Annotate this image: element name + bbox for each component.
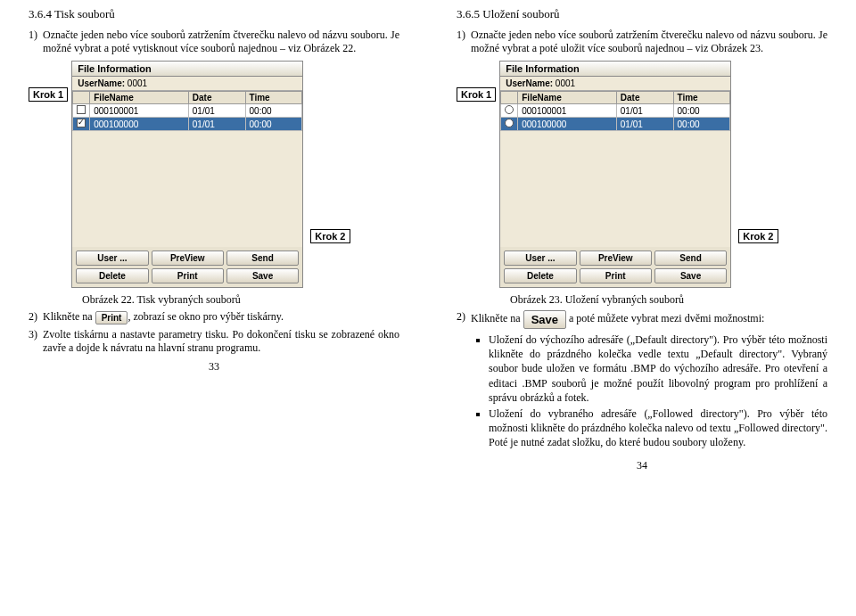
step-number: 1) xyxy=(29,29,37,55)
file-table: FileName Date Time 000100001 01/01 00:00… xyxy=(72,91,302,131)
list-item: 2) Klikněte na Print, zobrazí se okno pr… xyxy=(29,310,399,324)
username-label: UserName: xyxy=(78,78,125,88)
delete-button[interactable]: Delete xyxy=(76,268,148,283)
radio-icon[interactable] xyxy=(505,119,514,127)
cell-time: 00:00 xyxy=(245,118,302,131)
col-date: Date xyxy=(616,92,673,104)
col-filename: FileName xyxy=(518,92,617,104)
send-button[interactable]: Send xyxy=(226,251,299,266)
page-number: 33 xyxy=(29,360,399,374)
save-button-inline[interactable]: Save xyxy=(523,310,566,329)
window-title: File Information xyxy=(72,62,302,77)
preview-button[interactable]: PreView xyxy=(152,251,224,266)
file-table: FileName Date Time 000100001 01/01 00:00… xyxy=(500,91,730,131)
cell-filename: 000100000 xyxy=(518,118,617,131)
step-number: 1) xyxy=(457,29,465,55)
step-number: 3) xyxy=(29,328,37,355)
figure-caption: Obrázek 23. Uložení vybraných souborů xyxy=(510,293,827,307)
send-button[interactable]: Send xyxy=(654,251,727,266)
print-button-inline[interactable]: Print xyxy=(95,311,128,324)
username-label: UserName: xyxy=(506,78,553,88)
step-label-2: Krok 2 xyxy=(738,229,778,243)
file-info-window: File Information UserName: 0001 FileName… xyxy=(71,61,303,288)
cell-time: 00:00 xyxy=(245,104,302,118)
step-number: 2) xyxy=(457,310,465,454)
user-button[interactable]: User ... xyxy=(76,251,148,266)
col-time: Time xyxy=(673,92,730,104)
cell-filename: 000100001 xyxy=(90,104,189,118)
user-button[interactable]: User ... xyxy=(504,251,576,266)
cell-date: 01/01 xyxy=(616,104,673,118)
preview-button[interactable]: PreView xyxy=(580,251,652,266)
print-button[interactable]: Print xyxy=(152,268,224,283)
table-row[interactable]: 000100001 01/01 00:00 xyxy=(501,104,730,118)
list-item: Uložení do vybraného adresáře („Followed… xyxy=(489,407,827,450)
step-text: Klikněte na Print, zobrazí se okno pro v… xyxy=(43,310,399,324)
options-list: Uložení do výchozího adresáře („Default … xyxy=(489,333,827,450)
cell-date: 01/01 xyxy=(188,118,245,131)
figure-23: Krok 1 File Information UserName: 0001 F… xyxy=(457,61,827,288)
step-label-1: Krok 1 xyxy=(457,87,496,102)
page-right: 3.6.5 Uložení souborů 1) Označte jeden n… xyxy=(428,0,856,616)
step-text: Klikněte na Save a poté můžete vybrat me… xyxy=(471,310,827,454)
username-value: 0001 xyxy=(128,78,147,88)
cell-time: 00:00 xyxy=(673,104,730,118)
table-row[interactable]: 000100001 01/01 00:00 xyxy=(73,104,302,118)
step-label-2: Krok 2 xyxy=(310,229,350,243)
page-number: 34 xyxy=(457,459,827,472)
section-title: 3.6.5 Uložení souborů xyxy=(457,7,827,21)
step-number: 2) xyxy=(29,310,37,324)
username-row: UserName: 0001 xyxy=(72,77,302,91)
page-left: 3.6.4 Tisk souborů 1) Označte jeden nebo… xyxy=(0,0,428,616)
step-label-1: Krok 1 xyxy=(29,87,68,102)
col-filename: FileName xyxy=(90,92,189,104)
save-button[interactable]: Save xyxy=(226,268,299,283)
file-info-window: File Information UserName: 0001 FileName… xyxy=(499,61,731,288)
table-header: FileName Date Time xyxy=(73,92,302,104)
list-item: 3) Zvolte tiskárnu a nastavte parametry … xyxy=(29,328,399,355)
username-value: 0001 xyxy=(556,78,575,88)
save-button[interactable]: Save xyxy=(654,268,727,283)
empty-area xyxy=(500,131,730,247)
list-item: 1) Označte jeden nebo více souborů zatrž… xyxy=(29,29,399,55)
cell-filename: 000100000 xyxy=(90,118,189,131)
button-row: User ... PreView Send Delete Print Save xyxy=(500,247,730,287)
cell-time: 00:00 xyxy=(673,118,730,131)
step-text: Označte jeden nebo více souborů zatržení… xyxy=(43,29,399,55)
cell-date: 01/01 xyxy=(188,104,245,118)
list-item: Uložení do výchozího adresáře („Default … xyxy=(489,333,827,405)
table-row[interactable]: 000100000 01/01 00:00 xyxy=(73,118,302,131)
list-item: 2) Klikněte na Save a poté můžete vybrat… xyxy=(457,310,827,454)
cell-date: 01/01 xyxy=(616,118,673,131)
section-title: 3.6.4 Tisk souborů xyxy=(29,7,399,21)
list-item: 1) Označte jeden nebo více souborů zatrž… xyxy=(457,29,827,55)
radio-icon[interactable] xyxy=(505,105,514,114)
table-header: FileName Date Time xyxy=(501,92,730,104)
checkbox-icon[interactable] xyxy=(77,105,86,114)
print-button[interactable]: Print xyxy=(580,268,652,283)
checkbox-icon[interactable] xyxy=(77,119,86,127)
step-text: Označte jeden nebo více souborů zatržení… xyxy=(471,29,827,55)
step-text: Zvolte tiskárnu a nastavte parametry tis… xyxy=(43,328,399,355)
table-row[interactable]: 000100000 01/01 00:00 xyxy=(501,118,730,131)
delete-button[interactable]: Delete xyxy=(504,268,576,283)
username-row: UserName: 0001 xyxy=(500,77,730,91)
figure-22: Krok 1 File Information UserName: 0001 F… xyxy=(29,61,399,288)
col-time: Time xyxy=(245,92,302,104)
col-date: Date xyxy=(188,92,245,104)
figure-caption: Obrázek 22. Tisk vybraných souborů xyxy=(82,293,399,307)
cell-filename: 000100001 xyxy=(518,104,617,118)
empty-area xyxy=(72,131,302,247)
window-title: File Information xyxy=(500,62,730,77)
button-row: User ... PreView Send Delete Print Save xyxy=(72,247,302,287)
